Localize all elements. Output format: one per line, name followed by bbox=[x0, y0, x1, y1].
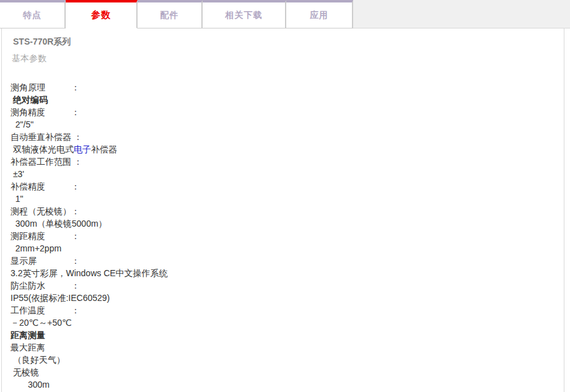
spec-text: （良好天气） bbox=[11, 355, 65, 365]
spec-text: 300m bbox=[11, 380, 50, 390]
tab-features[interactable]: 特点 bbox=[0, 0, 66, 28]
electronic-link[interactable]: 电子 bbox=[74, 144, 91, 154]
spec-line: 测程（无棱镜）： bbox=[11, 205, 564, 217]
spec-text: ±3' bbox=[11, 169, 24, 179]
tab-applications[interactable]: 应用 bbox=[286, 0, 353, 28]
tab-parameters[interactable]: 参数 bbox=[66, 0, 138, 28]
spec-text: 补偿器 bbox=[91, 144, 117, 154]
tab-parameters-label: 参数 bbox=[91, 9, 111, 21]
spec-text: －20℃～+50℃ bbox=[11, 318, 72, 328]
spec-line: （良好天气） bbox=[11, 354, 564, 366]
spec-text: 补偿精度 ： bbox=[11, 181, 80, 191]
spec-line: ±3' bbox=[11, 168, 564, 180]
spec-line: IP55(依据标准:IEC60529) bbox=[11, 292, 564, 304]
section-subtitle: 基本参数 bbox=[12, 53, 564, 64]
spec-text: 防尘防水 ： bbox=[11, 281, 80, 290]
spec-line: 最大距离 bbox=[11, 341, 564, 354]
spec-line: 测角原理 ： bbox=[11, 81, 564, 94]
tab-accessories-label: 配件 bbox=[160, 10, 179, 21]
spec-text: 显示屏 ： bbox=[11, 256, 80, 266]
series-title: STS-770R系列 bbox=[13, 37, 564, 48]
spec-text: 2"/5" bbox=[11, 120, 33, 129]
spec-line: 显示屏 ： bbox=[11, 255, 564, 267]
tab-downloads-label: 相关下载 bbox=[226, 10, 263, 21]
spec-line: 补偿器工作范围 ： bbox=[11, 155, 564, 168]
spec-line: －20℃～+50℃ bbox=[11, 316, 564, 329]
spec-text: 自动垂直补偿器 ： bbox=[11, 132, 82, 142]
spec-line: 3.2英寸彩屏，Windows CE中文操作系统 bbox=[11, 267, 564, 279]
spec-line: 300m bbox=[11, 378, 564, 391]
spec-line: 工作温度 ： bbox=[11, 304, 564, 316]
spec-text: 2mm+2ppm bbox=[11, 243, 61, 253]
spec-text: IP55(依据标准:IEC60529) bbox=[11, 293, 110, 303]
spec-text: 3.2英寸彩屏，Windows CE中文操作系统 bbox=[11, 268, 168, 278]
tab-applications-label: 应用 bbox=[310, 10, 328, 21]
spec-text: 测角原理 ： bbox=[11, 82, 80, 92]
spec-line: 自动垂直补偿器 ： bbox=[11, 131, 564, 143]
tab-downloads[interactable]: 相关下载 bbox=[203, 0, 286, 28]
tab-features-label: 特点 bbox=[23, 10, 42, 21]
tab-accessories[interactable]: 配件 bbox=[138, 0, 203, 28]
spec-text: 测程（无棱镜）： bbox=[11, 206, 80, 216]
spec-text: 测角精度 ： bbox=[11, 107, 80, 117]
spec-text: 工作温度 ： bbox=[11, 305, 80, 315]
spec-line: 无棱镜 bbox=[11, 366, 564, 378]
spec-text: 最大距离 bbox=[11, 342, 45, 352]
spec-text: 测距精度 ： bbox=[11, 231, 80, 241]
content-panel: STS-770R系列 基本参数 测角原理 ： 绝对编码测角精度 ： 2"/5"自… bbox=[1, 28, 564, 392]
spec-text: 300m（单棱镜5000m） bbox=[11, 219, 107, 229]
spec-list: 测角原理 ： 绝对编码测角精度 ： 2"/5"自动垂直补偿器 ： 双轴液体光电式… bbox=[11, 81, 564, 391]
spec-bold-text: 距离测量 bbox=[11, 330, 45, 340]
spec-text: 补偿器工作范围 ： bbox=[11, 157, 82, 167]
spec-line: 测距精度 ： bbox=[11, 230, 564, 242]
spec-bold-text: 绝对编码 bbox=[11, 95, 48, 105]
spec-text: 1" bbox=[11, 194, 24, 204]
spec-text: 双轴液体光电式 bbox=[11, 144, 74, 154]
spec-line: 绝对编码 bbox=[11, 94, 564, 106]
spec-line: 2"/5" bbox=[11, 118, 564, 131]
spec-line: 距离测量 bbox=[11, 329, 564, 341]
tab-bar: 特点 参数 配件 相关下载 应用 bbox=[0, 0, 570, 28]
spec-text: 无棱镜 bbox=[11, 367, 39, 377]
spec-line: 防尘防水 ： bbox=[11, 279, 564, 292]
spec-line: 300m（单棱镜5000m） bbox=[11, 217, 564, 230]
spec-line: 2mm+2ppm bbox=[11, 242, 564, 255]
spec-line: 测角精度 ： bbox=[11, 106, 564, 118]
spec-line: 1" bbox=[11, 193, 564, 205]
spec-line: 补偿精度 ： bbox=[11, 180, 564, 193]
tabbar-filler bbox=[353, 0, 570, 28]
spec-line: 双轴液体光电式电子补偿器 bbox=[11, 143, 564, 155]
